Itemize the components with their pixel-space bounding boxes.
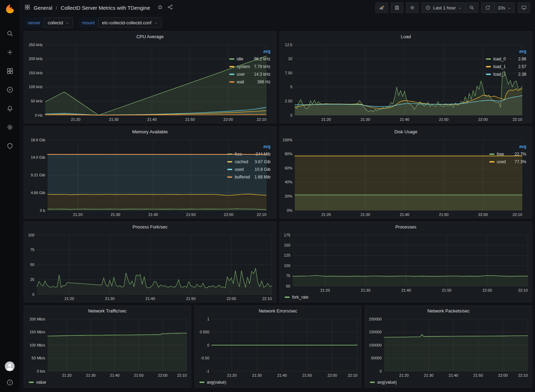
legend-item[interactable]: avg(value): [370, 380, 397, 385]
disk-usage-plot[interactable]: 0%20%40%60%80%100%21:2021:3021:4021:5022…: [280, 136, 488, 218]
panel-disk-usage: Disk Usage 0%20%40%60%80%100%21:2021:302…: [279, 126, 532, 218]
load-plot[interactable]: 02.5057.501012.521:2021:3021:4021:5022:0…: [280, 41, 485, 123]
net-errors-chart-svg: -1-0.5000.500121:2021:3021:4021:5022:002…: [195, 316, 362, 379]
variable-mount: mount etc-collectd-collectd.conf: [79, 17, 161, 28]
refresh-button[interactable]: [481, 3, 494, 12]
share-icon[interactable]: [167, 4, 173, 11]
svg-text:21:30: 21:30: [252, 373, 262, 377]
refresh-group: 10s: [481, 2, 515, 13]
star-icon[interactable]: [157, 4, 163, 11]
svg-text:100 kHz: 100 kHz: [29, 85, 43, 89]
svg-text:50 kHz: 50 kHz: [31, 99, 43, 103]
save-dashboard-button[interactable]: [391, 2, 403, 13]
svg-text:21:50: 21:50: [439, 117, 449, 122]
svg-text:100000: 100000: [369, 343, 382, 347]
time-range-picker[interactable]: Last 1 hour: [422, 3, 465, 12]
svg-text:4.66 Gib: 4.66 Gib: [31, 191, 45, 195]
grafana-logo[interactable]: [4, 3, 16, 15]
svg-text:22:10: 22:10: [518, 288, 528, 292]
network-traffic-plot[interactable]: 0 b/s50 Mb/s100 Mb/s150 Mb/s200 Mb/s21:2…: [24, 316, 191, 379]
svg-text:10: 10: [288, 57, 292, 61]
panel-title[interactable]: Process Fork/sec: [24, 222, 276, 232]
network-errors-plot[interactable]: -1-0.5000.500121:2021:3021:4021:5022:002…: [195, 316, 362, 379]
panel-network-errors: Network Errors/sec -1-0.5000.500121:2021…: [194, 306, 362, 387]
svg-text:22:00: 22:00: [224, 117, 233, 122]
variable-mount-label: mount: [79, 17, 98, 28]
panel-title[interactable]: Network Traffic/sec: [24, 306, 191, 316]
svg-text:21:40: 21:40: [147, 117, 157, 122]
svg-text:22:00: 22:00: [478, 212, 488, 217]
cpu-average-plot[interactable]: 0 Hz50 kHz100 kHz150 kHz200 kHz250 kHz21…: [24, 41, 228, 123]
dashboard-title[interactable]: CollectD Server Metrics with TDengine: [61, 5, 150, 11]
svg-text:21:20: 21:20: [227, 373, 237, 377]
svg-text:150: 150: [284, 243, 290, 247]
dashboard-toolbar: Last 1 hour 10s: [375, 2, 530, 13]
breadcrumb-separator: /: [56, 5, 57, 11]
svg-text:80%: 80%: [285, 152, 292, 156]
panel-title[interactable]: Memory Available: [24, 127, 276, 136]
kiosk-mode-button[interactable]: [518, 2, 530, 13]
panel-title[interactable]: Network Errors/sec: [195, 306, 362, 316]
network-packets-plot[interactable]: 05000010000015000020000021:2021:3021:402…: [365, 316, 532, 379]
legend-item[interactable]: avg(value): [200, 380, 226, 385]
server-admin-shield-icon[interactable]: [3, 140, 16, 152]
svg-text:150 kHz: 150 kHz: [29, 71, 43, 75]
dashboards-icon[interactable]: [3, 65, 16, 77]
variable-mount-value[interactable]: etc-collectd-collectd.conf: [98, 17, 161, 28]
network-packets-legend: avg(value): [365, 379, 532, 387]
svg-text:21:20: 21:20: [399, 373, 409, 377]
memory-available-plot[interactable]: 0 b4.66 Gib9.31 Gib14.0 Gib18.6 Gib21:20…: [24, 136, 226, 218]
svg-text:21:20: 21:20: [64, 297, 74, 301]
svg-text:21:40: 21:40: [449, 373, 459, 377]
memory-chart-svg: 0 b4.66 Gib9.31 Gib14.0 Gib18.6 Gib21:20…: [24, 136, 270, 218]
explore-compass-icon[interactable]: [3, 83, 16, 96]
svg-text:21:30: 21:30: [105, 297, 115, 301]
svg-text:200000: 200000: [369, 317, 382, 321]
fork-chart-svg: 025507510021:2021:3021:4021:5022:0022:10: [24, 232, 276, 302]
alerting-bell-icon[interactable]: [3, 102, 16, 115]
processes-plot[interactable]: 507510012515017521:2021:3021:4021:5022:0…: [280, 232, 532, 294]
variable-server-value[interactable]: collectd: [44, 17, 73, 28]
panel-title[interactable]: CPU Average: [24, 32, 276, 41]
add-panel-button[interactable]: [375, 2, 388, 13]
svg-text:21:40: 21:40: [110, 373, 120, 377]
refresh-interval-picker[interactable]: 10s: [494, 3, 514, 12]
configuration-gear-icon[interactable]: [3, 121, 16, 133]
svg-text:21:50: 21:50: [134, 373, 144, 377]
user-avatar[interactable]: [5, 361, 15, 371]
net-traffic-chart-svg: 0 b/s50 Mb/s100 Mb/s150 Mb/s200 Mb/s21:2…: [24, 316, 191, 379]
network-errors-legend: avg(value): [195, 379, 362, 387]
search-icon[interactable]: [3, 27, 16, 40]
svg-text:100%: 100%: [283, 138, 292, 142]
svg-text:22:10: 22:10: [177, 373, 187, 377]
svg-text:20%: 20%: [285, 194, 292, 198]
legend-item[interactable]: value: [29, 380, 46, 385]
svg-text:21:50: 21:50: [186, 297, 196, 301]
svg-text:150000: 150000: [369, 330, 382, 334]
svg-text:100: 100: [28, 233, 34, 237]
zoom-out-button[interactable]: [465, 3, 478, 12]
dashboard-grid: CPU Average 0 Hz50 kHz100 kHz150 kHz200 …: [19, 30, 535, 392]
breadcrumb-folder[interactable]: General: [34, 5, 52, 11]
network-traffic-legend: value: [24, 379, 191, 387]
svg-text:22:10: 22:10: [257, 117, 266, 122]
svg-text:0: 0: [290, 113, 292, 117]
panel-title[interactable]: Disk Usage: [280, 127, 532, 136]
svg-text:21:40: 21:40: [402, 288, 411, 292]
create-plus-icon[interactable]: [3, 46, 16, 58]
panel-title[interactable]: Load: [280, 32, 532, 41]
svg-text:?: ?: [9, 381, 10, 384]
svg-text:0: 0: [207, 343, 209, 347]
legend-swatch: [370, 382, 375, 383]
help-icon[interactable]: ?: [3, 376, 16, 389]
svg-text:250 kHz: 250 kHz: [29, 43, 43, 47]
svg-text:22:00: 22:00: [478, 117, 488, 122]
legend-item[interactable]: fork_rate: [285, 295, 308, 300]
panel-title[interactable]: Network Packets/sec: [365, 306, 532, 316]
panel-process-fork: Process Fork/sec 025507510021:2021:3021:…: [24, 222, 276, 302]
panel-title[interactable]: Processes: [280, 222, 532, 232]
process-fork-plot[interactable]: 025507510021:2021:3021:4021:5022:0022:10: [24, 232, 276, 302]
svg-text:50: 50: [286, 284, 290, 288]
dashboard-settings-button[interactable]: [406, 2, 419, 13]
svg-text:22:10: 22:10: [348, 373, 357, 377]
